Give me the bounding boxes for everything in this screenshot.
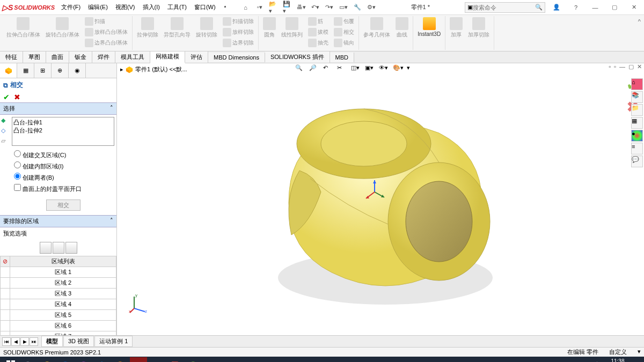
task-visualstudio-icon[interactable]: 🟣 [75,357,92,362]
menu-window[interactable]: 窗口(W) [191,2,219,12]
plane-icon[interactable]: ▱ [1,137,5,144]
custom-props-icon[interactable]: ≡ [631,143,643,154]
vp-maximize-button[interactable]: ▢ [628,63,634,70]
exclude-section-header[interactable]: 要排除的区域˄ [0,215,116,227]
task-search-icon[interactable]: 🔍 [20,357,38,362]
tab-evaluate[interactable]: 评估 [185,51,208,63]
task-powerpoint-icon[interactable]: 🟥 [166,357,184,362]
save-icon[interactable]: 💾▾ [283,3,292,12]
close-button[interactable]: ✕ [626,1,642,14]
vp-restore-icon[interactable]: ▫ [614,63,616,70]
forum-icon[interactable]: 💬 [631,156,643,167]
sweep-button[interactable]: 扫描 [83,16,130,27]
extrude-boss-button[interactable]: 拉伸凸台/基体 [4,16,42,48]
extrude-cut-button[interactable]: 拉伸切除 [135,16,160,48]
new-icon[interactable]: ▫▾ [255,3,265,12]
graphics-viewport[interactable]: ▸ 零件1 (默认) <<默... 🔍 🔎 ↶ ✂ ◫▾ ▣▾ 👁▾ 🎨▾ ▾ … [117,63,644,335]
revolve-boss-button[interactable]: 旋转凸台/基体 [43,16,82,48]
solid-body-icon[interactable]: ◆ [1,117,5,124]
select-icon[interactable]: ▭▾ [339,3,348,12]
system-clock[interactable]: 11:38 2023/10/24 [604,358,631,362]
zoom-fit-icon[interactable]: 🔍 [295,64,306,75]
vp-link-icon[interactable]: ▫ [609,63,611,70]
table-row[interactable]: 区域 3 [1,289,116,299]
preview-tool-1[interactable] [40,242,52,254]
view-orientation-icon[interactable]: ◫▾ [351,64,362,75]
task-wechat-icon[interactable]: 🟢 [185,357,202,362]
fillet-button[interactable]: 圆角 [261,16,278,48]
check-cap-planar[interactable]: 曲面上的封盖平面开口 [14,183,112,194]
tab-3d-views[interactable]: 3D 视图 [63,336,94,347]
preview-tool-2[interactable] [53,242,64,254]
last-tab-button[interactable]: ⏭ [30,337,38,346]
print-icon[interactable]: 🖶▾ [297,3,306,12]
task-edge-legacy-icon[interactable]: 🔵 [57,357,74,362]
thicken-button[interactable]: 加厚 [448,16,465,40]
tab-motion-study[interactable]: 运动算例 1 [94,336,133,347]
intersect-button[interactable]: 相交 [332,27,356,38]
zoom-area-icon[interactable]: 🔎 [309,64,320,75]
options-icon[interactable]: ⚙▾ [367,3,376,12]
selection-item[interactable]: 凸台-拉伸2 [13,127,113,135]
rebuild-icon[interactable]: 🔧 [353,3,362,12]
undo-icon[interactable]: ↶▾ [311,3,320,12]
minimize-button[interactable]: — [587,1,603,14]
first-tab-button[interactable]: ⏮ [2,337,11,346]
start-button[interactable] [2,357,19,362]
task-solidworks-icon[interactable]: SW [130,357,147,362]
apply-scene-icon[interactable]: ▾ [407,64,418,75]
intersect-action-button[interactable]: 相交 [46,200,80,211]
tab-weldments[interactable]: 焊件 [92,51,115,63]
selection-listbox[interactable]: 凸台-拉伸1 凸台-拉伸2 [12,117,114,146]
prev-tab-button[interactable]: ◀ [11,337,20,346]
surface-body-icon[interactable]: ◇ [1,127,5,134]
status-chevron-icon[interactable]: ▾ [638,348,641,356]
tab-sketch[interactable]: 草图 [23,51,46,63]
thicken-cut-button[interactable]: 加厚切除 [466,16,492,40]
hide-show-icon[interactable]: 👁▾ [379,64,390,75]
command-search[interactable]: ▣ 🔍 [465,2,545,13]
task-edge-icon[interactable]: 🔷 [93,357,111,362]
hole-wizard-button[interactable]: 异型孔向导 [162,16,193,48]
draft-button[interactable]: 拔模 [306,27,331,38]
display-style-icon[interactable]: ▣▾ [365,64,376,75]
dimxpert-tab[interactable]: ⊕ [52,63,69,78]
radio-cross-regions[interactable]: 创建交叉区域(C) [14,149,112,160]
instant3d-button[interactable]: Instant3D [415,16,443,38]
mirror-button[interactable]: 镜向 [332,38,356,48]
selection-section-header[interactable]: 选择˄ [0,102,116,115]
task-firefox-icon[interactable]: 🟠 [112,357,129,362]
tab-features[interactable]: 特征 [0,51,23,63]
boundary-cut-button[interactable]: 边界切除 [221,38,256,48]
vp-close-button[interactable]: ✕ [637,63,642,70]
user-icon[interactable]: 👤 [548,1,565,14]
loft-cut-button[interactable]: 放样切除 [221,27,256,38]
sw-resources-icon[interactable]: ⌂ [631,78,643,90]
previous-view-icon[interactable]: ↶ [323,64,334,75]
appearances-icon[interactable]: ● [631,130,643,142]
file-explorer-icon[interactable]: 📁 [631,104,643,116]
property-manager-tab[interactable]: ▦ [17,63,34,78]
tab-mbd[interactable]: MBD [330,53,354,62]
tab-model[interactable]: 模型 [41,336,63,347]
view-triad[interactable]: y z x [129,292,150,314]
open-icon[interactable]: 📂▾ [269,3,279,12]
next-tab-button[interactable]: ▶ [20,337,29,346]
configuration-tab[interactable]: ⊞ [34,63,52,78]
tab-mesh-modeling[interactable]: 网格建模 [150,51,185,63]
cancel-button[interactable]: ✖ [14,93,20,101]
tab-mbd-dimensions[interactable]: MBD Dimensions [208,53,265,62]
rib-button[interactable]: 筋 [306,16,331,27]
table-row[interactable]: 区域 5 [1,310,116,321]
loft-button[interactable]: 放样凸台/基体 [83,27,130,38]
menu-file[interactable]: 文件(F) [58,2,84,12]
help-icon[interactable]: ? [568,1,584,14]
preview-tool-3[interactable] [65,242,77,254]
shell-button[interactable]: 抽壳 [306,38,331,48]
revolve-cut-button[interactable]: 旋转切除 [194,16,219,48]
menu-insert[interactable]: 插入(I) [140,2,163,12]
ok-button[interactable]: ✔ [3,93,10,101]
selection-item[interactable]: 凸台-拉伸1 [13,119,113,127]
vp-minimize-button[interactable]: — [619,63,625,70]
table-row[interactable]: 区域 4 [1,299,116,310]
